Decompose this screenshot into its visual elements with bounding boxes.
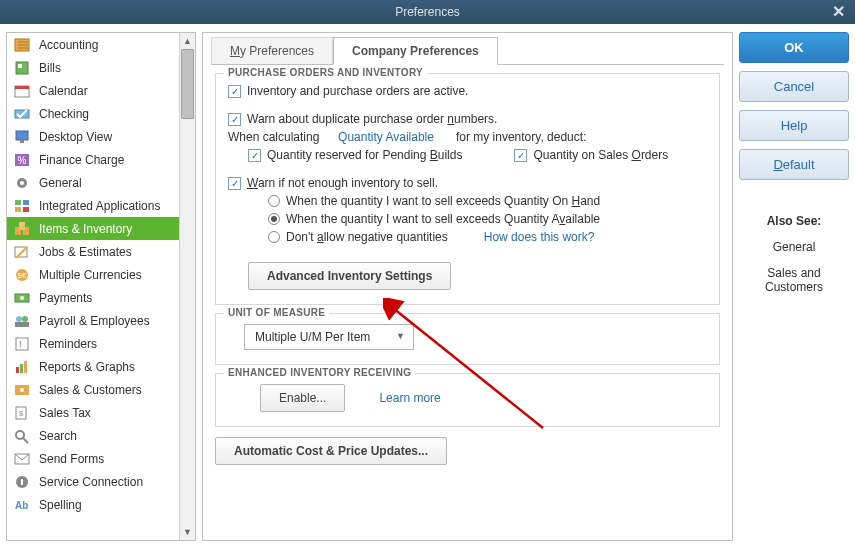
purchase-orders-group: PURCHASE ORDERS AND INVENTORY ✓Inventory… (215, 73, 720, 305)
sidebar-item-label: Sales & Customers (39, 383, 142, 397)
scroll-down-icon[interactable]: ▼ (180, 524, 195, 540)
tab-company-preferences[interactable]: Company Preferences (333, 37, 498, 65)
svg-rect-34 (20, 364, 23, 373)
sidebar-item-label: Payments (39, 291, 92, 305)
svg-rect-30 (15, 322, 29, 327)
group-title: UNIT OF MEASURE (224, 307, 329, 318)
inventory-active-checkbox[interactable]: ✓ (228, 85, 241, 98)
sidebar-item-label: Payroll & Employees (39, 314, 150, 328)
sidebar-item-salestax[interactable]: $Sales Tax (7, 401, 195, 424)
svg-rect-35 (24, 361, 27, 373)
cancel-button[interactable]: Cancel (739, 71, 849, 102)
sidebar-item-spelling[interactable]: AbSpelling (7, 493, 195, 516)
also-see-sales[interactable]: Sales and Customers (739, 266, 849, 294)
sidebar-item-service[interactable]: Service Connection (7, 470, 195, 493)
svg-point-29 (22, 316, 28, 322)
sidebar-item-integrated[interactable]: Integrated Applications (7, 194, 195, 217)
sidebar-item-inventory[interactable]: Items & Inventory (7, 217, 195, 240)
learn-more-link[interactable]: Learn more (379, 391, 440, 405)
svg-rect-17 (15, 207, 21, 212)
svg-point-27 (20, 296, 24, 300)
percent-icon: % (13, 152, 31, 168)
radio-no-negative-label: Don't allow negative quantities (286, 230, 448, 244)
sidebar-item-currencies[interactable]: $€Multiple Currencies (7, 263, 195, 286)
sidebar-item-label: Jobs & Estimates (39, 245, 132, 259)
bills-icon (13, 60, 31, 76)
svg-point-14 (20, 181, 24, 185)
enable-button[interactable]: Enable... (260, 384, 345, 412)
tab-label: Company Preferences (352, 44, 479, 58)
sidebar-item-label: Send Forms (39, 452, 104, 466)
also-see-general[interactable]: General (739, 240, 849, 254)
radio-available[interactable] (268, 213, 280, 225)
sidebar-item-checking[interactable]: Checking (7, 102, 195, 125)
sidebar-item-salescust[interactable]: Sales & Customers (7, 378, 195, 401)
sidebar-item-jobs[interactable]: Jobs & Estimates (7, 240, 195, 263)
help-button[interactable]: Help (739, 110, 849, 141)
how-does-this-work-link[interactable]: How does this work? (484, 230, 595, 244)
scroll-up-icon[interactable]: ▲ (180, 33, 195, 49)
default-button[interactable]: Default (739, 149, 849, 180)
sidebar-item-label: Spelling (39, 498, 82, 512)
eir-group: ENHANCED INVENTORY RECEIVING Enable...Le… (215, 373, 720, 427)
ok-button[interactable]: OK (739, 32, 849, 63)
sidebar-item-reminders[interactable]: !Reminders (7, 332, 195, 355)
sidebar-item-calendar[interactable]: Calendar (7, 79, 195, 102)
sidebar-item-desktop[interactable]: Desktop View (7, 125, 195, 148)
svg-point-40 (16, 431, 24, 439)
sidebar-item-finance[interactable]: %Finance Charge (7, 148, 195, 171)
sidebar-item-payments[interactable]: Payments (7, 286, 195, 309)
svg-rect-7 (15, 86, 29, 89)
svg-text:$€: $€ (18, 271, 27, 280)
svg-point-37 (20, 388, 24, 392)
sidebar-item-payroll[interactable]: Payroll & Employees (7, 309, 195, 332)
sidebar-item-search[interactable]: Search (7, 424, 195, 447)
qty-sales-checkbox[interactable]: ✓ (514, 149, 527, 162)
sidebar-item-label: Accounting (39, 38, 98, 52)
sidebar-item-reports[interactable]: Reports & Graphs (7, 355, 195, 378)
close-icon[interactable]: ✕ (832, 2, 845, 21)
sidebar-item-label: Calendar (39, 84, 88, 98)
qty-pending-checkbox[interactable]: ✓ (248, 149, 261, 162)
payments-icon (13, 290, 31, 306)
radio-no-negative[interactable] (268, 231, 280, 243)
scroll-thumb[interactable] (181, 49, 194, 119)
radio-on-hand[interactable] (268, 195, 280, 207)
auto-cost-button[interactable]: Automatic Cost & Price Updates... (215, 437, 447, 465)
uom-select[interactable]: Multiple U/M Per Item (244, 324, 414, 350)
warn-duplicate-label: Warn about duplicate purchase order numb… (247, 112, 497, 126)
currency-icon: $€ (13, 267, 31, 283)
svg-text:$: $ (19, 409, 24, 418)
sidebar-item-label: Checking (39, 107, 89, 121)
calendar-icon (13, 83, 31, 99)
titlebar: Preferences ✕ (0, 0, 855, 24)
qty-available-link[interactable]: Quantity Available (338, 130, 434, 144)
sidebar-item-label: Sales Tax (39, 406, 91, 420)
pencil-icon (13, 244, 31, 260)
tax-icon: $ (13, 405, 31, 421)
sidebar-item-label: Multiple Currencies (39, 268, 142, 282)
also-see-header: Also See: (739, 214, 849, 228)
group-title: ENHANCED INVENTORY RECEIVING (224, 367, 415, 378)
sidebar-item-label: Search (39, 429, 77, 443)
group-title: PURCHASE ORDERS AND INVENTORY (224, 67, 427, 78)
svg-rect-5 (18, 64, 22, 68)
inventory-icon (13, 221, 31, 237)
svg-line-41 (23, 438, 28, 443)
sidebar-scrollbar[interactable]: ▲ ▼ (179, 33, 195, 540)
also-see: Also See: General Sales and Customers (739, 214, 849, 306)
qty-pending-label: Quantity reserved for Pending Builds (267, 148, 462, 162)
sidebar-item-sendforms[interactable]: Send Forms (7, 447, 195, 470)
warn-not-enough-checkbox[interactable]: ✓ (228, 177, 241, 190)
sidebar-item-bills[interactable]: Bills (7, 56, 195, 79)
svg-rect-18 (23, 207, 29, 212)
advanced-inventory-button[interactable]: Advanced Inventory Settings (248, 262, 451, 290)
warn-duplicate-checkbox[interactable]: ✓ (228, 113, 241, 126)
spelling-icon: Ab (13, 497, 31, 513)
svg-rect-44 (21, 479, 23, 485)
sidebar-item-label: Items & Inventory (39, 222, 132, 236)
tab-my-preferences[interactable]: MMy Preferencesy Preferences (211, 37, 333, 65)
sidebar-item-accounting[interactable]: Accounting (7, 33, 195, 56)
radio-on-hand-label: When the quantity I want to sell exceeds… (286, 194, 600, 208)
sidebar-item-general[interactable]: General (7, 171, 195, 194)
